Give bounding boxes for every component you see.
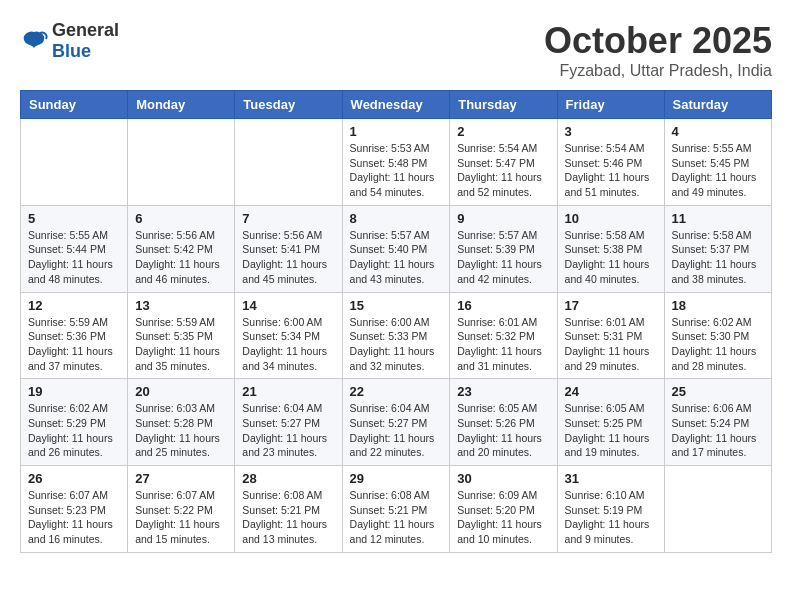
calendar-cell: 4Sunrise: 5:55 AM Sunset: 5:45 PM Daylig…	[664, 119, 771, 206]
day-number: 25	[672, 384, 764, 399]
day-info: Sunrise: 6:05 AM Sunset: 5:26 PM Dayligh…	[457, 401, 549, 460]
day-number: 16	[457, 298, 549, 313]
day-number: 2	[457, 124, 549, 139]
calendar-cell: 10Sunrise: 5:58 AM Sunset: 5:38 PM Dayli…	[557, 205, 664, 292]
day-info: Sunrise: 5:54 AM Sunset: 5:47 PM Dayligh…	[457, 141, 549, 200]
day-info: Sunrise: 6:06 AM Sunset: 5:24 PM Dayligh…	[672, 401, 764, 460]
day-header-sunday: Sunday	[21, 91, 128, 119]
day-number: 5	[28, 211, 120, 226]
calendar-cell: 13Sunrise: 5:59 AM Sunset: 5:35 PM Dayli…	[128, 292, 235, 379]
day-number: 10	[565, 211, 657, 226]
calendar-cell	[664, 466, 771, 553]
month-title: October 2025	[544, 20, 772, 62]
day-number: 21	[242, 384, 334, 399]
day-info: Sunrise: 5:58 AM Sunset: 5:38 PM Dayligh…	[565, 228, 657, 287]
calendar-cell: 17Sunrise: 6:01 AM Sunset: 5:31 PM Dayli…	[557, 292, 664, 379]
calendar-cell: 2Sunrise: 5:54 AM Sunset: 5:47 PM Daylig…	[450, 119, 557, 206]
day-number: 11	[672, 211, 764, 226]
day-number: 24	[565, 384, 657, 399]
calendar-cell: 24Sunrise: 6:05 AM Sunset: 5:25 PM Dayli…	[557, 379, 664, 466]
calendar-cell: 18Sunrise: 6:02 AM Sunset: 5:30 PM Dayli…	[664, 292, 771, 379]
day-number: 1	[350, 124, 443, 139]
day-info: Sunrise: 5:58 AM Sunset: 5:37 PM Dayligh…	[672, 228, 764, 287]
calendar-cell: 19Sunrise: 6:02 AM Sunset: 5:29 PM Dayli…	[21, 379, 128, 466]
day-header-monday: Monday	[128, 91, 235, 119]
calendar-cell: 28Sunrise: 6:08 AM Sunset: 5:21 PM Dayli…	[235, 466, 342, 553]
day-info: Sunrise: 6:07 AM Sunset: 5:23 PM Dayligh…	[28, 488, 120, 547]
day-info: Sunrise: 6:00 AM Sunset: 5:33 PM Dayligh…	[350, 315, 443, 374]
day-info: Sunrise: 6:04 AM Sunset: 5:27 PM Dayligh…	[350, 401, 443, 460]
calendar-cell: 14Sunrise: 6:00 AM Sunset: 5:34 PM Dayli…	[235, 292, 342, 379]
day-info: Sunrise: 6:01 AM Sunset: 5:32 PM Dayligh…	[457, 315, 549, 374]
day-info: Sunrise: 5:57 AM Sunset: 5:40 PM Dayligh…	[350, 228, 443, 287]
day-number: 9	[457, 211, 549, 226]
day-info: Sunrise: 5:53 AM Sunset: 5:48 PM Dayligh…	[350, 141, 443, 200]
day-info: Sunrise: 6:10 AM Sunset: 5:19 PM Dayligh…	[565, 488, 657, 547]
logo-icon	[20, 30, 48, 52]
day-header-wednesday: Wednesday	[342, 91, 450, 119]
calendar-cell: 15Sunrise: 6:00 AM Sunset: 5:33 PM Dayli…	[342, 292, 450, 379]
day-info: Sunrise: 5:56 AM Sunset: 5:41 PM Dayligh…	[242, 228, 334, 287]
calendar-cell: 7Sunrise: 5:56 AM Sunset: 5:41 PM Daylig…	[235, 205, 342, 292]
day-number: 14	[242, 298, 334, 313]
calendar-cell: 20Sunrise: 6:03 AM Sunset: 5:28 PM Dayli…	[128, 379, 235, 466]
calendar-cell: 12Sunrise: 5:59 AM Sunset: 5:36 PM Dayli…	[21, 292, 128, 379]
calendar-cell: 6Sunrise: 5:56 AM Sunset: 5:42 PM Daylig…	[128, 205, 235, 292]
day-info: Sunrise: 5:57 AM Sunset: 5:39 PM Dayligh…	[457, 228, 549, 287]
day-info: Sunrise: 5:55 AM Sunset: 5:45 PM Dayligh…	[672, 141, 764, 200]
day-info: Sunrise: 5:59 AM Sunset: 5:35 PM Dayligh…	[135, 315, 227, 374]
day-info: Sunrise: 6:02 AM Sunset: 5:30 PM Dayligh…	[672, 315, 764, 374]
logo-blue: Blue	[52, 41, 91, 61]
logo-general: General	[52, 20, 119, 40]
day-info: Sunrise: 6:07 AM Sunset: 5:22 PM Dayligh…	[135, 488, 227, 547]
logo-text: General Blue	[52, 20, 119, 62]
calendar-cell: 31Sunrise: 6:10 AM Sunset: 5:19 PM Dayli…	[557, 466, 664, 553]
day-info: Sunrise: 6:01 AM Sunset: 5:31 PM Dayligh…	[565, 315, 657, 374]
calendar-cell	[235, 119, 342, 206]
day-info: Sunrise: 6:08 AM Sunset: 5:21 PM Dayligh…	[242, 488, 334, 547]
day-info: Sunrise: 6:03 AM Sunset: 5:28 PM Dayligh…	[135, 401, 227, 460]
title-section: October 2025 Fyzabad, Uttar Pradesh, Ind…	[544, 20, 772, 80]
day-number: 19	[28, 384, 120, 399]
calendar-cell	[128, 119, 235, 206]
location-title: Fyzabad, Uttar Pradesh, India	[544, 62, 772, 80]
calendar-cell: 1Sunrise: 5:53 AM Sunset: 5:48 PM Daylig…	[342, 119, 450, 206]
day-number: 28	[242, 471, 334, 486]
day-number: 31	[565, 471, 657, 486]
day-number: 26	[28, 471, 120, 486]
day-number: 12	[28, 298, 120, 313]
day-info: Sunrise: 5:54 AM Sunset: 5:46 PM Dayligh…	[565, 141, 657, 200]
day-number: 20	[135, 384, 227, 399]
day-info: Sunrise: 6:05 AM Sunset: 5:25 PM Dayligh…	[565, 401, 657, 460]
day-info: Sunrise: 6:00 AM Sunset: 5:34 PM Dayligh…	[242, 315, 334, 374]
day-number: 23	[457, 384, 549, 399]
day-header-thursday: Thursday	[450, 91, 557, 119]
day-info: Sunrise: 6:08 AM Sunset: 5:21 PM Dayligh…	[350, 488, 443, 547]
calendar-cell: 22Sunrise: 6:04 AM Sunset: 5:27 PM Dayli…	[342, 379, 450, 466]
calendar-cell: 21Sunrise: 6:04 AM Sunset: 5:27 PM Dayli…	[235, 379, 342, 466]
day-number: 3	[565, 124, 657, 139]
calendar-cell: 26Sunrise: 6:07 AM Sunset: 5:23 PM Dayli…	[21, 466, 128, 553]
day-number: 29	[350, 471, 443, 486]
day-number: 4	[672, 124, 764, 139]
day-number: 17	[565, 298, 657, 313]
calendar-cell: 29Sunrise: 6:08 AM Sunset: 5:21 PM Dayli…	[342, 466, 450, 553]
day-number: 18	[672, 298, 764, 313]
day-number: 15	[350, 298, 443, 313]
day-header-saturday: Saturday	[664, 91, 771, 119]
calendar-cell: 3Sunrise: 5:54 AM Sunset: 5:46 PM Daylig…	[557, 119, 664, 206]
calendar-cell: 9Sunrise: 5:57 AM Sunset: 5:39 PM Daylig…	[450, 205, 557, 292]
day-info: Sunrise: 5:59 AM Sunset: 5:36 PM Dayligh…	[28, 315, 120, 374]
day-number: 7	[242, 211, 334, 226]
day-info: Sunrise: 5:56 AM Sunset: 5:42 PM Dayligh…	[135, 228, 227, 287]
calendar-cell: 25Sunrise: 6:06 AM Sunset: 5:24 PM Dayli…	[664, 379, 771, 466]
day-number: 8	[350, 211, 443, 226]
day-info: Sunrise: 5:55 AM Sunset: 5:44 PM Dayligh…	[28, 228, 120, 287]
calendar-cell	[21, 119, 128, 206]
calendar: SundayMondayTuesdayWednesdayThursdayFrid…	[20, 90, 772, 553]
logo: General Blue	[20, 20, 119, 62]
day-number: 13	[135, 298, 227, 313]
calendar-cell: 23Sunrise: 6:05 AM Sunset: 5:26 PM Dayli…	[450, 379, 557, 466]
day-number: 22	[350, 384, 443, 399]
calendar-cell: 11Sunrise: 5:58 AM Sunset: 5:37 PM Dayli…	[664, 205, 771, 292]
